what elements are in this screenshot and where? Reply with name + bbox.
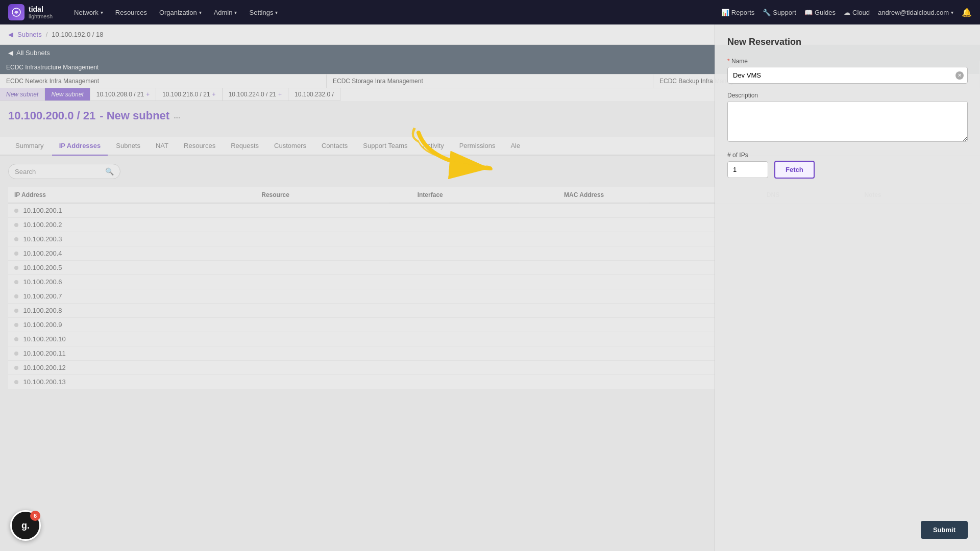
book-icon: 📖 bbox=[804, 9, 813, 16]
nav-settings-chevron: ▾ bbox=[275, 10, 278, 15]
tree-cell-network-infra[interactable]: ECDC Network Infra Management bbox=[0, 74, 327, 88]
cell-ip: 10.100.200.13 bbox=[8, 375, 255, 389]
plus-icon-224: + bbox=[278, 91, 282, 98]
cell-resource bbox=[255, 232, 411, 246]
tab-summary[interactable]: Summary bbox=[8, 137, 51, 156]
cell-resource bbox=[255, 218, 411, 232]
tree-cell-208[interactable]: 10.100.208.0 / 21 + bbox=[90, 88, 156, 101]
col-ip-address: IP Address bbox=[8, 187, 255, 203]
nav-network[interactable]: Network ▾ bbox=[69, 6, 108, 19]
chart-icon: 📊 bbox=[721, 9, 729, 16]
cell-resource bbox=[255, 203, 411, 218]
tab-requests[interactable]: Requests bbox=[224, 137, 266, 156]
nav-admin[interactable]: Admin ▾ bbox=[209, 6, 242, 19]
cell-interface bbox=[411, 304, 558, 318]
tab-ale[interactable]: Ale bbox=[503, 137, 527, 156]
submit-button[interactable]: Submit bbox=[921, 521, 968, 539]
cell-interface bbox=[411, 218, 558, 232]
nav-user[interactable]: andrew@tidalcloud.com ▾ bbox=[878, 9, 953, 16]
all-subnets-label: All Subnets bbox=[16, 49, 50, 57]
tree-cell-224[interactable]: 10.100.224.0 / 21 + bbox=[223, 88, 288, 101]
tree-cell-new-subnet-1[interactable]: New subnet bbox=[0, 88, 45, 101]
tab-resources[interactable]: Resources bbox=[177, 137, 223, 156]
tree-cell-216[interactable]: 10.100.216.0 / 21 + bbox=[156, 88, 222, 101]
tree-cell-storage-infra[interactable]: ECDC Storage Inra Management bbox=[327, 74, 653, 88]
new-reservation-panel: New Reservation * Name ✕ Description # o… bbox=[715, 24, 980, 551]
cell-interface bbox=[411, 375, 558, 389]
nav-cloud[interactable]: ☁ Cloud bbox=[844, 9, 870, 16]
nav-organization-chevron: ▾ bbox=[199, 10, 202, 15]
cell-ip: 10.100.200.2 bbox=[8, 218, 255, 232]
tab-ip-addresses[interactable]: IP Addresses bbox=[52, 137, 108, 156]
tab-activity[interactable]: Activity bbox=[415, 137, 451, 156]
ip-status-dot bbox=[14, 237, 18, 241]
chevron-left-icon: ◀ bbox=[8, 49, 13, 57]
logo-icon bbox=[8, 4, 24, 20]
cell-ip: 10.100.200.10 bbox=[8, 332, 255, 346]
ip-status-dot bbox=[14, 294, 18, 298]
num-ips-input[interactable] bbox=[727, 161, 768, 178]
ip-status-dot bbox=[14, 337, 18, 341]
nav-items: Network ▾ Resources Organization ▾ Admin… bbox=[69, 6, 721, 19]
ip-status-dot bbox=[14, 380, 18, 384]
name-input[interactable] bbox=[727, 67, 968, 84]
search-bar: 🔍 bbox=[8, 164, 120, 179]
cell-ip: 10.100.200.8 bbox=[8, 304, 255, 318]
nav-admin-chevron: ▾ bbox=[234, 10, 237, 15]
tree-cell-new-subnet-2[interactable]: New subnet bbox=[45, 88, 90, 101]
panel-footer: Submit bbox=[727, 521, 968, 539]
ellipsis-menu-button[interactable]: ... bbox=[174, 111, 180, 120]
nav-settings[interactable]: Settings ▾ bbox=[244, 6, 283, 19]
name-clear-icon[interactable]: ✕ bbox=[955, 71, 964, 80]
nav-reports[interactable]: 📊 Reports bbox=[721, 9, 755, 16]
search-input[interactable] bbox=[15, 168, 105, 176]
fetch-button[interactable]: Fetch bbox=[774, 161, 815, 179]
nav-support[interactable]: 🔧 Support bbox=[763, 9, 796, 16]
cell-ip: 10.100.200.11 bbox=[8, 346, 255, 361]
cell-interface bbox=[411, 232, 558, 246]
ip-status-dot bbox=[14, 252, 18, 256]
cell-interface bbox=[411, 289, 558, 304]
nav-guides[interactable]: 📖 Guides bbox=[804, 9, 836, 16]
cell-ip: 10.100.200.7 bbox=[8, 289, 255, 304]
cell-ip: 10.100.200.12 bbox=[8, 361, 255, 375]
name-field-group: * Name ✕ bbox=[727, 58, 968, 84]
page-title-subtitle: - New subnet bbox=[100, 109, 169, 122]
nav-network-chevron: ▾ bbox=[101, 10, 103, 15]
cell-ip: 10.100.200.4 bbox=[8, 246, 255, 261]
page-title-ip: 10.100.200.0 / 21 bbox=[8, 109, 95, 122]
search-icon: 🔍 bbox=[105, 167, 114, 176]
tab-subnets[interactable]: Subnets bbox=[109, 137, 148, 156]
breadcrumb-separator: / bbox=[46, 31, 48, 38]
cell-ip: 10.100.200.5 bbox=[8, 261, 255, 275]
tab-support-teams[interactable]: Support Teams bbox=[356, 137, 414, 156]
tab-contacts[interactable]: Contacts bbox=[314, 137, 355, 156]
ip-status-dot bbox=[14, 352, 18, 356]
g2-badge[interactable]: g. 6 bbox=[10, 510, 41, 541]
cell-interface bbox=[411, 261, 558, 275]
logo[interactable]: tidal lightmesh bbox=[8, 4, 53, 20]
num-ips-row: Fetch bbox=[727, 161, 968, 179]
tree-cell-232[interactable]: 10.100.232.0 / bbox=[288, 88, 340, 101]
description-label: Description bbox=[727, 92, 968, 99]
cell-interface bbox=[411, 246, 558, 261]
tab-permissions[interactable]: Permissions bbox=[452, 137, 503, 156]
logo-text: tidal lightmesh bbox=[29, 5, 53, 20]
g2-badge-count: 6 bbox=[30, 511, 40, 521]
col-interface: Interface bbox=[411, 187, 558, 203]
breadcrumb-parent[interactable]: Subnets bbox=[17, 31, 42, 38]
cell-resource bbox=[255, 304, 411, 318]
nav-right: 📊 Reports 🔧 Support 📖 Guides ☁ Cloud and… bbox=[721, 8, 972, 17]
tab-nat[interactable]: NAT bbox=[149, 137, 176, 156]
cell-resource bbox=[255, 246, 411, 261]
nav-resources[interactable]: Resources bbox=[110, 6, 152, 19]
description-input[interactable] bbox=[727, 101, 968, 142]
ip-status-dot bbox=[14, 309, 18, 313]
ip-status-dot bbox=[14, 266, 18, 270]
cell-resource bbox=[255, 275, 411, 289]
tab-customers[interactable]: Customers bbox=[267, 137, 313, 156]
cell-resource bbox=[255, 289, 411, 304]
cell-resource bbox=[255, 375, 411, 389]
nav-organization[interactable]: Organization ▾ bbox=[154, 6, 207, 19]
notification-bell-icon[interactable]: 🔔 bbox=[962, 8, 972, 17]
